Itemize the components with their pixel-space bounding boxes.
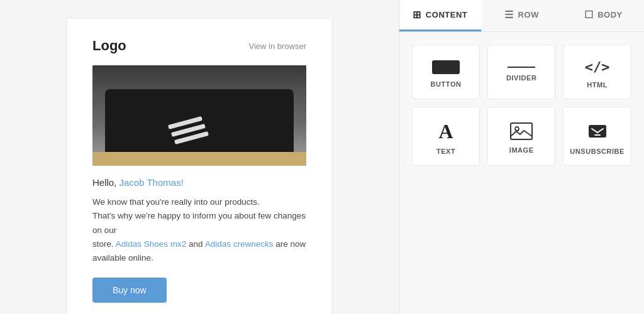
- email-body-text: We know that you're really into our prod…: [92, 195, 306, 265]
- email-greeting: Hello, Jacob Thomas!: [92, 177, 306, 188]
- html-code-icon: </>: [585, 59, 610, 75]
- email-header: Logo View in browser: [92, 38, 306, 54]
- body-tab-icon: ☐: [584, 9, 594, 21]
- html-widget-icon: </>: [585, 59, 610, 75]
- tab-body[interactable]: ☐ BODY: [562, 0, 644, 31]
- link-adidas-shoes[interactable]: Adidas Shoes mx2: [116, 239, 187, 249]
- tab-row[interactable]: ☰ ROW: [481, 0, 563, 31]
- widget-button[interactable]: BUTTON: [412, 45, 480, 99]
- sidebar-tabs: ⊞ CONTENT ☰ ROW ☐ BODY: [399, 0, 644, 32]
- preview-panel: Logo View in browser Hello, Jacob Thomas…: [0, 0, 399, 314]
- button-widget-icon: [432, 60, 460, 74]
- widget-text-label: TEXT: [436, 148, 455, 155]
- text-a-icon: A: [439, 121, 453, 141]
- sidebar-content: BUTTON DIVIDER </> HTML A: [399, 32, 644, 314]
- widget-image-label: IMAGE: [509, 146, 534, 154]
- divider-line-icon: [508, 67, 535, 68]
- widget-text[interactable]: A TEXT: [412, 107, 480, 166]
- svg-rect-0: [511, 123, 532, 139]
- widget-button-label: BUTTON: [431, 80, 462, 88]
- email-logo: Logo: [92, 38, 126, 54]
- shoe-sole: [92, 152, 306, 166]
- widget-html-label: HTML: [587, 81, 608, 89]
- recipient-name: Jacob Thomas!: [119, 177, 184, 188]
- widget-image[interactable]: IMAGE: [487, 107, 555, 166]
- unsubscribe-widget-icon: [587, 121, 608, 141]
- email-card: Logo View in browser Hello, Jacob Thomas…: [67, 19, 331, 314]
- view-in-browser-link[interactable]: View in browser: [248, 41, 306, 51]
- sidebar: ⊞ CONTENT ☰ ROW ☐ BODY BUTTON: [399, 0, 644, 314]
- tab-content[interactable]: ⊞ CONTENT: [399, 0, 481, 31]
- tab-body-label: BODY: [597, 10, 623, 19]
- hero-image: [92, 65, 306, 166]
- row-tab-icon: ☰: [504, 9, 514, 21]
- widget-grid: BUTTON DIVIDER </> HTML A: [412, 45, 631, 166]
- text-widget-icon: A: [439, 121, 453, 141]
- image-widget-icon: [510, 122, 533, 140]
- button-rect-icon: [432, 60, 460, 74]
- tab-row-label: ROW: [518, 10, 539, 19]
- tab-content-label: CONTENT: [426, 10, 467, 19]
- widget-divider[interactable]: DIVIDER: [487, 45, 555, 99]
- link-adidas-crewnecks[interactable]: Adidas crewnecks: [205, 239, 274, 249]
- shoe-background: [92, 65, 306, 166]
- widget-html[interactable]: </> HTML: [563, 45, 631, 99]
- divider-widget-icon: [508, 67, 535, 68]
- widget-unsubscribe-label: UNSUBSCRIBE: [570, 148, 625, 155]
- unsubscribe-svg-icon: [587, 121, 608, 141]
- svg-point-1: [515, 127, 519, 131]
- image-svg-icon: [510, 122, 533, 140]
- buy-now-button[interactable]: Buy now: [92, 278, 167, 303]
- widget-unsubscribe[interactable]: UNSUBSCRIBE: [563, 107, 631, 166]
- content-tab-icon: ⊞: [413, 9, 421, 21]
- widget-divider-label: DIVIDER: [506, 74, 536, 82]
